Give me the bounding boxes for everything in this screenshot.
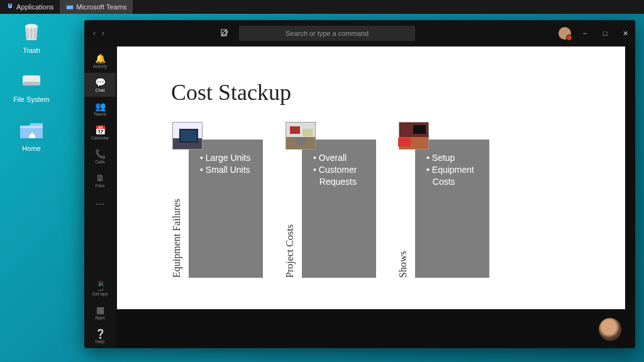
slide-pillar-equipment-failures: Equipment Failures Large Units Small Uni… — [169, 122, 263, 278]
sidebar-item-label: Calls — [95, 160, 105, 164]
pillar-thumbnail — [399, 122, 429, 150]
chat-icon: 💬 — [95, 77, 106, 87]
sidebar-item-label: Files — [96, 184, 105, 188]
desktop-icon-filesystem[interactable]: File System — [11, 68, 52, 103]
search-placeholder: Search or type a command — [286, 30, 369, 37]
sidebar-item-chat[interactable]: 💬 Chat — [84, 73, 116, 97]
slide-title: Cost Stackup — [171, 79, 291, 106]
window-minimize-button[interactable]: − — [575, 20, 595, 47]
desktop-icon-trash[interactable]: Trash — [11, 19, 52, 54]
pillar-heading: Shows — [397, 251, 409, 278]
compose-icon[interactable] — [220, 28, 229, 39]
search-input[interactable]: Search or type a command — [239, 26, 415, 41]
desktop-icon-label: File System — [11, 96, 52, 103]
taskbar-app-teams[interactable]: Microsoft Teams — [60, 0, 133, 14]
phone-icon: 📞 — [95, 149, 106, 159]
desktop-icon-label: Home — [11, 145, 52, 152]
trash-icon — [18, 19, 45, 44]
sidebar-item-label: Activity — [93, 64, 107, 69]
ellipsis-icon: ⋯ — [96, 199, 104, 209]
pillar-heading: Equipment Failures — [171, 199, 182, 278]
taskbar-app-label: Microsoft Teams — [76, 3, 126, 11]
slide-pillar-project-costs: Project Costs Overall Customer Requests — [282, 122, 376, 278]
os-taskbar: Applications Microsoft Teams — [0, 0, 644, 14]
window-maximize-button[interactable]: □ — [595, 20, 615, 47]
participant-avatar[interactable] — [599, 318, 621, 341]
calendar-icon: 📅 — [95, 125, 106, 135]
window-close-button[interactable]: ✕ — [615, 20, 635, 47]
mouse-icon — [6, 3, 14, 11]
file-icon: 🗎 — [96, 173, 104, 183]
pillar-thumbnail — [286, 122, 316, 150]
desktop-icon-label: Trash — [11, 47, 52, 54]
sidebar-item-getapp[interactable]: 📱 Get app — [84, 277, 116, 300]
mobile-icon: 📱 — [95, 281, 106, 291]
svg-rect-0 — [9, 4, 11, 6]
sidebar-item-files[interactable]: 🗎 Files — [84, 168, 116, 192]
sidebar-item-calls[interactable]: 📞 Calls — [84, 145, 116, 168]
nav-forward-button[interactable]: › — [102, 29, 104, 38]
sidebar-item-label: Teams — [94, 112, 107, 116]
teams-window-icon — [66, 3, 74, 11]
pillar-heading: Project Costs — [284, 224, 296, 278]
teams-sidebar: 🔔 Activity 💬 Chat 👥 Teams 📅 Calendar 📞 C… — [84, 47, 116, 348]
bullet-item: Customer Requests — [313, 164, 376, 188]
sidebar-more-button[interactable]: ⋯ — [84, 192, 116, 216]
desktop-icon-home[interactable]: Home — [11, 117, 52, 152]
sidebar-item-label: Apps — [95, 315, 105, 320]
sidebar-item-label: Chat — [96, 88, 105, 92]
sidebar-item-calendar[interactable]: 📅 Calendar — [84, 121, 116, 145]
bell-icon: 🔔 — [95, 53, 106, 63]
svg-rect-2 — [67, 4, 74, 6]
teams-titlebar: ‹ › Search or type a command − □ ✕ — [84, 20, 635, 47]
drive-icon — [18, 68, 45, 93]
sidebar-item-label: Calendar — [91, 136, 109, 140]
meeting-footer — [116, 309, 635, 348]
sidebar-item-help[interactable]: ❔ Help — [84, 324, 116, 348]
apps-icon: ▦ — [96, 305, 104, 315]
shared-slide: Cost Stackup Equipment Failures Large Un… — [117, 47, 625, 309]
pillar-bullets: Large Units Small Units — [200, 152, 250, 176]
folder-home-icon — [18, 117, 45, 142]
help-icon: ❔ — [95, 329, 106, 339]
sidebar-item-label: Help — [96, 339, 104, 344]
bullet-item: Setup — [426, 152, 489, 164]
desktop-icons: Trash File System Home — [11, 19, 52, 152]
sidebar-item-label: Get app — [92, 292, 108, 296]
svg-point-6 — [37, 83, 39, 85]
slide-pillar-shows: Shows Setup Equipment Costs — [395, 122, 489, 278]
teams-content: Cost Stackup Equipment Failures Large Un… — [116, 47, 635, 348]
applications-label: Applications — [16, 3, 53, 11]
teams-window: ‹ › Search or type a command − □ ✕ 🔔 Act… — [84, 20, 635, 348]
pillar-bullets: Setup Equipment Costs — [426, 152, 489, 188]
people-icon: 👥 — [95, 101, 106, 111]
nav-back-button[interactable]: ‹ — [93, 29, 96, 38]
sidebar-item-activity[interactable]: 🔔 Activity — [84, 49, 116, 73]
sidebar-item-apps[interactable]: ▦ Apps — [84, 300, 116, 324]
bullet-item: Equipment Costs — [426, 164, 489, 188]
user-avatar[interactable] — [558, 27, 571, 40]
bullet-item: Large Units — [200, 152, 250, 164]
bullet-item: Overall — [313, 152, 376, 164]
pillar-thumbnail — [172, 122, 203, 150]
sidebar-item-teams[interactable]: 👥 Teams — [84, 97, 116, 121]
applications-menu[interactable]: Applications — [0, 0, 60, 14]
bullet-item: Small Units — [200, 164, 250, 176]
pillar-bullets: Overall Customer Requests — [313, 152, 376, 188]
